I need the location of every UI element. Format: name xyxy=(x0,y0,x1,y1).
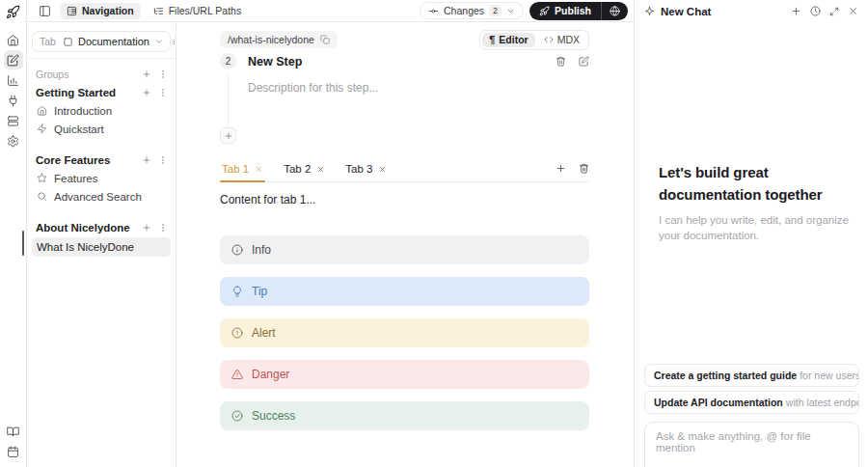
step-description[interactable]: Description for this step... xyxy=(248,81,589,95)
new-chat-icon[interactable] xyxy=(791,6,801,16)
sidebar-divider xyxy=(27,58,176,59)
space-selector[interactable]: Tab Documentation xyxy=(32,31,171,52)
sidebar-item-features[interactable]: Features xyxy=(32,170,171,186)
tab-content-text[interactable]: Content for tab 1... xyxy=(220,193,589,206)
navigation-tab-button[interactable]: Navigation xyxy=(60,3,141,19)
info-icon xyxy=(231,244,243,256)
rail-editor-button[interactable] xyxy=(4,50,23,69)
chat-input[interactable] xyxy=(656,430,848,467)
git-commit-icon xyxy=(428,6,439,16)
home-icon xyxy=(7,34,19,46)
rail-home-button[interactable] xyxy=(4,30,23,49)
files-url-paths-label: Files/URL Paths xyxy=(169,5,241,16)
app-window: Navigation Files/URL Paths Changes 2 Pub… xyxy=(0,0,868,467)
close-tab-icon[interactable] xyxy=(316,165,325,174)
group-core-features: Core Features Features Advanced Search xyxy=(32,152,171,205)
chat-empty-heading: Let's build great documentation together xyxy=(659,162,865,206)
sidebar-item-quickstart[interactable]: Quickstart xyxy=(32,121,171,137)
suggestion-bold: Create a getting started guide xyxy=(654,370,797,381)
sidebar-item-what-is-nicelydone[interactable]: What Is NicelyDone xyxy=(32,237,171,257)
step-block: 2 New Step Description for this step... xyxy=(220,53,589,144)
publish-button-group: Publish xyxy=(529,2,628,20)
globe-icon xyxy=(610,6,620,16)
edit-step-icon[interactable] xyxy=(579,56,589,67)
tab-1[interactable]: Tab 1 xyxy=(220,163,265,181)
callout-danger[interactable]: Danger xyxy=(220,360,589,389)
sidebar-resize-handle[interactable] xyxy=(22,231,24,256)
suggestion-chip-api-docs[interactable]: Update API documentation with latest end… xyxy=(644,391,859,414)
add-page-icon[interactable] xyxy=(142,155,151,165)
search-icon xyxy=(37,191,47,202)
page-path-pill[interactable]: /what-is-nicelydone xyxy=(220,31,338,48)
group-kebab-icon[interactable] xyxy=(158,223,168,233)
content-tabs: Tab 1 Tab 2 Tab 3 xyxy=(220,163,589,182)
sidebar-toggle-button[interactable] xyxy=(35,1,54,20)
expand-icon[interactable] xyxy=(829,7,839,16)
group-kebab-icon[interactable] xyxy=(158,88,168,97)
close-tab-icon[interactable] xyxy=(378,165,387,174)
editor-toolbar: /what-is-nicelydone ¶ Editor MDX xyxy=(220,30,589,49)
callout-info[interactable]: Info xyxy=(220,235,589,264)
zap-icon xyxy=(37,124,47,134)
panel-left-icon xyxy=(39,5,51,17)
callout-alert[interactable]: Alert xyxy=(220,318,589,347)
group-header-row[interactable]: Core Features xyxy=(32,152,171,168)
close-icon[interactable] xyxy=(848,6,858,16)
space-name: Documentation xyxy=(78,36,149,47)
mode-editor-label: Editor xyxy=(499,34,528,45)
group-title: About Nicelydone xyxy=(36,222,130,234)
rail-calendar-button[interactable] xyxy=(4,442,23,461)
rail-analytics-button[interactable] xyxy=(4,70,23,90)
history-clock-icon[interactable] xyxy=(810,6,821,16)
mode-editor-button[interactable]: ¶ Editor xyxy=(482,33,534,47)
tab-3[interactable]: Tab 3 xyxy=(343,163,389,181)
add-group-icon[interactable] xyxy=(142,69,151,79)
group-kebab-icon[interactable] xyxy=(158,155,168,165)
files-url-paths-tab-button[interactable]: Files/URL Paths xyxy=(147,3,248,19)
changes-label: Changes xyxy=(444,5,484,16)
editor-mode-toggle: ¶ Editor MDX xyxy=(479,30,589,50)
home-icon xyxy=(37,105,47,116)
rail-data-button[interactable] xyxy=(4,111,23,130)
chat-header: New Chat xyxy=(635,0,868,22)
alert-circle-icon xyxy=(231,327,243,339)
group-title: Core Features xyxy=(36,154,110,166)
add-page-icon[interactable] xyxy=(142,88,151,97)
callout-success[interactable]: Success xyxy=(220,401,589,430)
groups-label: Groups xyxy=(36,69,68,80)
callout-tip[interactable]: Tip xyxy=(220,277,589,306)
page-label: Introduction xyxy=(54,105,112,117)
sidebar-item-advanced-search[interactable]: Advanced Search xyxy=(32,188,171,205)
mode-mdx-button[interactable]: MDX xyxy=(537,33,586,47)
suggestion-muted: for new users xyxy=(800,370,859,381)
delete-step-icon[interactable] xyxy=(556,56,566,67)
groups-kebab-icon[interactable] xyxy=(158,69,168,79)
group-header-row[interactable]: Getting Started xyxy=(32,85,171,100)
copy-icon[interactable] xyxy=(320,35,330,44)
square-space-icon xyxy=(63,37,73,47)
chat-input-container xyxy=(644,422,859,467)
alert-triangle-icon xyxy=(231,369,243,380)
publish-button[interactable]: Publish xyxy=(529,2,601,20)
chevron-down-icon xyxy=(506,7,515,15)
callout-label: Success xyxy=(252,409,295,423)
add-tab-icon[interactable] xyxy=(556,163,566,174)
step-title[interactable]: New Step xyxy=(248,55,302,69)
rail-docs-button[interactable] xyxy=(4,422,23,441)
bar-chart-icon xyxy=(7,74,19,87)
add-step-button[interactable] xyxy=(220,127,236,144)
close-tab-icon[interactable] xyxy=(255,165,263,174)
rail-integrations-button[interactable] xyxy=(4,91,23,110)
callout-label: Alert xyxy=(252,326,276,340)
publish-globe-button[interactable] xyxy=(602,2,628,20)
rail-settings-button[interactable] xyxy=(4,131,23,151)
pilcrow-icon: ¶ xyxy=(489,35,495,45)
sidebar-item-introduction[interactable]: Introduction xyxy=(32,102,171,119)
add-page-icon[interactable] xyxy=(142,223,151,233)
group-getting-started: Getting Started Introduction Quickstart xyxy=(32,85,171,137)
group-header-row[interactable]: About Nicelydone xyxy=(32,220,171,235)
delete-tabs-icon[interactable] xyxy=(579,163,589,174)
changes-dropdown[interactable]: Changes 2 xyxy=(420,2,524,19)
tab-2[interactable]: Tab 2 xyxy=(282,163,327,181)
suggestion-chip-getting-started[interactable]: Create a getting started guide for new u… xyxy=(644,364,859,387)
